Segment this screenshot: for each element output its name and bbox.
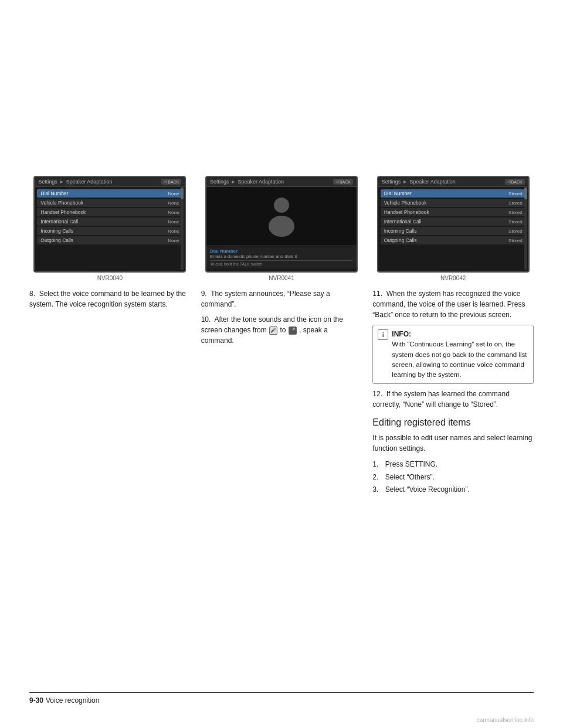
menu-item-handset-3[interactable]: Handset Phonebook Stored: [381, 208, 526, 216]
page-section: Voice recognition: [46, 696, 99, 705]
editing-step-3: 3. Select “Voice Recognition”.: [372, 484, 534, 496]
car-screen-nvr0042: Settings ► Speaker Adaptation ◁ BACK Dia…: [377, 176, 530, 273]
top-spacer: [29, 23, 534, 176]
svg-point-1: [269, 216, 294, 237]
back-arrow-3: ◁: [507, 179, 510, 184]
back-button-3[interactable]: ◁ BACK: [505, 179, 525, 185]
menu-value-intl: None: [168, 219, 179, 224]
back-button-1[interactable]: ◁ BACK: [161, 179, 181, 185]
menu-item-vehicle[interactable]: Vehicle Phonebook None: [37, 199, 182, 207]
person-silhouette-icon: [266, 196, 298, 237]
menu-label-handset-3: Handset Phonebook: [384, 209, 429, 215]
step12-content: If the system has learned the command co…: [372, 390, 509, 409]
arrow-icon-3: ►: [402, 179, 408, 185]
back-label-1: BACK: [168, 180, 179, 184]
info-label: INFO:: [392, 330, 411, 338]
menu-value-incoming: None: [168, 229, 179, 234]
menu-item-handset[interactable]: Handset Phonebook None: [37, 208, 182, 216]
menu-item-vehicle-3[interactable]: Vehicle Phonebook Stored: [381, 199, 526, 207]
screen-bottom-info: Dial Number Enters a domestic phone numb…: [206, 246, 357, 268]
menu-label-intl-3: International Call: [384, 219, 422, 224]
back-arrow-2: ◁: [335, 179, 338, 184]
settings-label-1: Settings: [38, 179, 57, 185]
menu-item-outgoing-3[interactable]: Outgoing Calls Stored: [381, 236, 526, 244]
menu-label-vehicle-3: Vehicle Phonebook: [384, 200, 427, 206]
menu-value-incoming-3: Stored: [508, 229, 523, 234]
editing-intro: It is possible to edit user names and se…: [372, 433, 534, 454]
step9-number: 9.: [201, 290, 207, 298]
screen-header-2: Settings ► Speaker Adaptation ◁ BACK: [206, 177, 357, 187]
screenshot-col-3: Settings ► Speaker Adaptation ◁ BACK Dia…: [372, 176, 534, 281]
step11-text: 11. When the system has recognized the v…: [372, 288, 534, 320]
editing-step-1-text: Press SETTING.: [385, 458, 437, 471]
settings-label-3: Settings: [382, 179, 401, 185]
info-icon: i: [378, 329, 388, 340]
menu-label-handset: Handset Phonebook: [40, 209, 86, 215]
editing-step-2: 2. Select “Others”.: [372, 471, 534, 484]
step9-content: The system announces, “Please say a comm…: [201, 290, 330, 308]
mic-icon-to: 🎤: [289, 326, 297, 335]
step8-content: Select the voice command to be learned b…: [29, 290, 186, 308]
step12-number: 12.: [372, 390, 382, 398]
arrow-icon-1: ►: [59, 179, 65, 185]
menu-label-intl: International Call: [40, 219, 78, 224]
step10-comma: ,: [299, 326, 303, 334]
editing-step-1-num: 1.: [372, 458, 378, 471]
editing-step-3-text: Select “Voice Recognition”.: [385, 484, 470, 496]
dial-number-info-title: Dial Number: [210, 249, 353, 254]
content-col-3: 11. When the system has recognized the v…: [372, 288, 534, 496]
menu-item-incoming[interactable]: Incoming Calls None: [37, 227, 182, 235]
info-content: INFO: With “Continuous Learning” set to …: [392, 329, 528, 380]
content-row: 8. Select the voice command to be learne…: [29, 288, 534, 496]
step11-number: 11.: [372, 290, 382, 298]
menu-value-outgoing-3: Stored: [508, 238, 523, 243]
scrollbar-3[interactable]: [524, 186, 527, 270]
scrollbar-1[interactable]: [181, 186, 184, 270]
editing-step-2-text: Select “Others”.: [385, 471, 435, 484]
menu-label-vehicle: Vehicle Phonebook: [40, 200, 83, 206]
back-label-2: BACK: [340, 180, 351, 184]
image-label-3: NVR0042: [440, 275, 466, 281]
menu-item-incoming-3[interactable]: Incoming Calls Stored: [381, 227, 526, 235]
screen-header-3: Settings ► Speaker Adaptation ◁ BACK: [378, 177, 528, 187]
screen-title-2: Settings ► Speaker Adaptation: [210, 179, 284, 185]
menu-label-dial: Dial Number: [40, 190, 68, 196]
menu-item-dial[interactable]: Dial Number None: [37, 189, 182, 198]
step10-number: 10.: [201, 315, 211, 324]
menu-item-intl[interactable]: International Call None: [37, 217, 182, 226]
step8-number: 8.: [29, 290, 35, 298]
step9-text: 9. The system announces, “Please say a c…: [201, 288, 362, 309]
screenshots-row: Settings ► Speaker Adaptation ◁ BACK Dia…: [29, 176, 534, 281]
scrollbar-thumb-1: [181, 188, 184, 199]
step11-content: When the system has recognized the voice…: [372, 290, 525, 319]
menu-value-dial-3: Stored: [508, 191, 523, 196]
image-label-1: NVR0040: [97, 275, 123, 281]
page-number: 9-30: [29, 696, 43, 705]
menu-value-outgoing: None: [168, 238, 179, 243]
content-col-1: 8. Select the voice command to be learne…: [29, 288, 191, 309]
speaker-label-1: Speaker Adaptation: [66, 179, 113, 185]
menu-label-outgoing-3: Outgoing Calls: [384, 237, 417, 243]
menu-item-dial-3[interactable]: Dial Number Stored: [381, 189, 526, 198]
menu-value-handset-3: Stored: [508, 210, 523, 215]
info-text-content: With “Continuous Learning” set to on, th…: [392, 341, 527, 378]
speaker-label-3: Speaker Adaptation: [409, 179, 456, 185]
editing-steps: 1. Press SETTING. 2. Select “Others”. 3.…: [372, 458, 534, 496]
screen-header-1: Settings ► Speaker Adaptation ◁ BACK: [35, 177, 185, 187]
menu-value-dial: None: [168, 191, 179, 196]
menu-label-outgoing: Outgoing Calls: [40, 237, 73, 243]
menu-label-incoming: Incoming Calls: [40, 228, 73, 234]
screen-title-1: Settings ► Speaker Adaptation: [38, 179, 112, 185]
scrollbar-thumb-3: [524, 188, 527, 199]
dial-number-info-text: Enters a domestic phone number and dials…: [210, 254, 353, 259]
step8-text: 8. Select the voice command to be learne…: [29, 288, 191, 309]
menu-item-outgoing[interactable]: Outgoing Calls None: [37, 236, 182, 244]
content-col-2: 9. The system announces, “Please say a c…: [201, 288, 362, 346]
screen-menu-3: Dial Number Stored Vehicle Phonebook Sto…: [378, 187, 528, 248]
image-label-2: NVR0041: [269, 275, 294, 281]
back-button-2[interactable]: ◁ BACK: [333, 179, 353, 185]
menu-item-intl-3[interactable]: International Call Stored: [381, 217, 526, 226]
editing-title: Editing registered items: [372, 416, 534, 430]
editing-step-1: 1. Press SETTING.: [372, 458, 534, 471]
back-label-3: BACK: [511, 180, 523, 184]
